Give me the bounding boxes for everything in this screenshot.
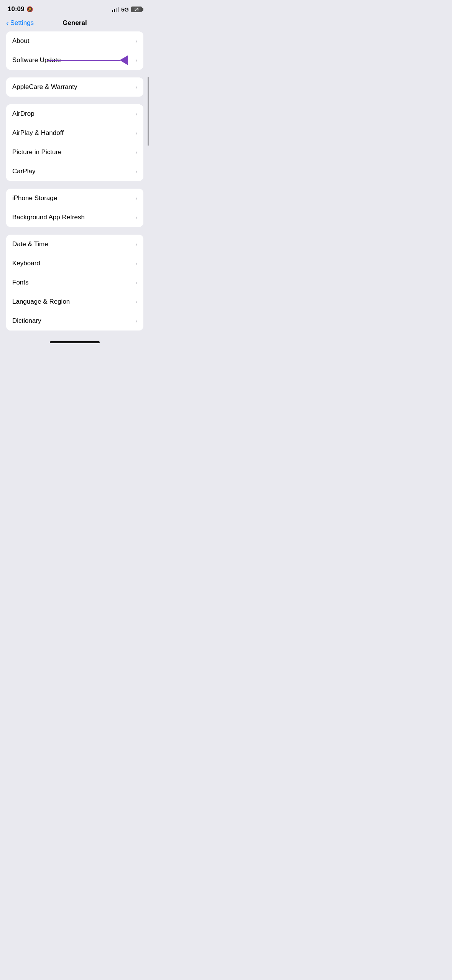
settings-group-2: AppleCare & Warranty › <box>6 77 143 97</box>
language-region-row[interactable]: Language & Region › <box>6 292 143 311</box>
about-row-right: › <box>135 38 137 44</box>
settings-group-3: AirDrop › AirPlay & Handoff › Picture in… <box>6 104 143 181</box>
airdrop-chevron-icon: › <box>135 111 137 117</box>
picture-in-picture-row-right: › <box>135 149 137 155</box>
iphone-storage-row[interactable]: iPhone Storage › <box>6 189 143 208</box>
keyboard-chevron-icon: › <box>135 260 137 266</box>
applecare-row-right: › <box>135 84 137 90</box>
language-region-label: Language & Region <box>12 298 70 306</box>
mute-icon: 🔕 <box>26 6 33 12</box>
carplay-chevron-icon: › <box>135 168 137 174</box>
page-title: General <box>62 19 87 27</box>
picture-in-picture-label: Picture in Picture <box>12 148 62 156</box>
software-update-row[interactable]: Software Update › <box>6 51 143 70</box>
keyboard-row[interactable]: Keyboard › <box>6 254 143 273</box>
date-time-chevron-icon: › <box>135 241 137 247</box>
airdrop-row[interactable]: AirDrop › <box>6 104 143 123</box>
battery-icon: 34 <box>131 7 142 12</box>
fonts-chevron-icon: › <box>135 280 137 286</box>
keyboard-label: Keyboard <box>12 260 40 267</box>
airdrop-row-right: › <box>135 111 137 117</box>
iphone-storage-label: iPhone Storage <box>12 194 57 202</box>
status-right: 5G 34 <box>112 6 142 13</box>
iphone-storage-chevron-icon: › <box>135 195 137 201</box>
date-time-label: Date & Time <box>12 240 48 248</box>
home-indicator <box>0 338 150 345</box>
applecare-label: AppleCare & Warranty <box>12 83 77 91</box>
picture-in-picture-chevron-icon: › <box>135 149 137 155</box>
software-update-label: Software Update <box>12 56 61 64</box>
software-update-row-right: › <box>135 57 137 63</box>
nav-header: ‹ Settings General <box>0 16 150 31</box>
background-app-refresh-chevron-icon: › <box>135 214 137 220</box>
language-region-row-right: › <box>135 299 137 305</box>
signal-icon <box>112 7 119 12</box>
about-row[interactable]: About › <box>6 31 143 51</box>
back-chevron-icon: ‹ <box>6 19 9 27</box>
date-time-row[interactable]: Date & Time › <box>6 235 143 254</box>
status-bar: 10:09 🔕 5G 34 <box>0 0 150 16</box>
airplay-handoff-label: AirPlay & Handoff <box>12 129 64 137</box>
network-type: 5G <box>121 6 129 13</box>
language-region-chevron-icon: › <box>135 299 137 305</box>
about-chevron-icon: › <box>135 38 137 44</box>
iphone-storage-row-right: › <box>135 195 137 201</box>
carplay-row-right: › <box>135 168 137 174</box>
applecare-row[interactable]: AppleCare & Warranty › <box>6 77 143 97</box>
back-button[interactable]: ‹ Settings <box>6 19 34 27</box>
airplay-handoff-row-right: › <box>135 130 137 136</box>
fonts-row-right: › <box>135 280 137 286</box>
battery-level: 34 <box>134 7 138 12</box>
fonts-label: Fonts <box>12 279 29 286</box>
back-label: Settings <box>10 19 34 27</box>
dictionary-label: Dictionary <box>12 317 41 325</box>
settings-group-4: iPhone Storage › Background App Refresh … <box>6 189 143 227</box>
background-app-refresh-row[interactable]: Background App Refresh › <box>6 208 143 227</box>
dictionary-chevron-icon: › <box>135 318 137 324</box>
carplay-row[interactable]: CarPlay › <box>6 162 143 181</box>
date-time-row-right: › <box>135 241 137 247</box>
settings-group-5: Date & Time › Keyboard › Fonts › Languag… <box>6 235 143 331</box>
airplay-handoff-row[interactable]: AirPlay & Handoff › <box>6 123 143 143</box>
applecare-chevron-icon: › <box>135 84 137 90</box>
arrow-head-icon <box>120 55 128 65</box>
settings-content: About › Software Update › AppleCare & Wa… <box>0 31 150 331</box>
carplay-label: CarPlay <box>12 168 35 175</box>
dictionary-row[interactable]: Dictionary › <box>6 311 143 331</box>
dictionary-row-right: › <box>135 318 137 324</box>
airdrop-label: AirDrop <box>12 110 35 118</box>
fonts-row[interactable]: Fonts › <box>6 273 143 292</box>
time-display: 10:09 <box>8 5 24 13</box>
status-time: 10:09 🔕 <box>8 5 33 13</box>
home-indicator-bar <box>50 341 100 343</box>
settings-group-1: About › Software Update › <box>6 31 143 70</box>
keyboard-row-right: › <box>135 260 137 266</box>
about-label: About <box>12 37 29 45</box>
scroll-indicator[interactable] <box>148 77 149 146</box>
software-update-chevron-icon: › <box>135 57 137 63</box>
background-app-refresh-row-right: › <box>135 214 137 220</box>
airplay-handoff-chevron-icon: › <box>135 130 137 136</box>
picture-in-picture-row[interactable]: Picture in Picture › <box>6 143 143 162</box>
background-app-refresh-label: Background App Refresh <box>12 214 85 221</box>
